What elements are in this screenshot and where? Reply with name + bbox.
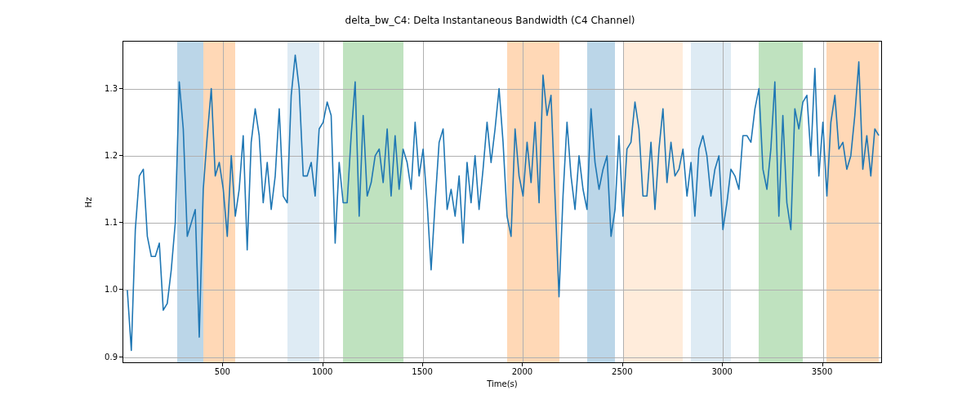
axes-area — [122, 41, 882, 363]
y-tick — [119, 155, 122, 156]
x-tick-label: 1000 — [312, 367, 332, 376]
y-axis-label: Hz — [84, 197, 93, 207]
x-tick — [422, 363, 423, 366]
x-tick-label: 1500 — [412, 367, 432, 376]
line-series — [123, 42, 882, 363]
x-tick-label: 3000 — [711, 367, 732, 376]
y-tick — [119, 289, 122, 290]
figure: delta_bw_C4: Delta Instantaneous Bandwid… — [0, 0, 980, 408]
x-axis-label: Time(s) — [487, 379, 518, 388]
x-tick — [722, 363, 723, 366]
x-tick-label: 500 — [215, 367, 230, 376]
x-tick-label: 2000 — [512, 367, 532, 376]
x-tick — [323, 363, 323, 366]
y-tick-label: 1.1 — [101, 218, 118, 227]
x-tick-label: 3500 — [812, 367, 832, 376]
x-tick — [822, 363, 823, 366]
chart-title: delta_bw_C4: Delta Instantaneous Bandwid… — [0, 15, 980, 26]
y-tick-label: 1.0 — [101, 285, 118, 294]
y-tick-label: 1.3 — [101, 83, 118, 92]
x-tick — [622, 363, 623, 366]
y-tick-label: 1.2 — [101, 150, 118, 159]
y-tick — [119, 222, 122, 223]
y-tick — [119, 357, 122, 357]
y-tick-label: 0.9 — [101, 352, 118, 361]
x-tick-label: 2500 — [612, 367, 632, 376]
x-tick — [222, 363, 223, 366]
x-tick — [522, 363, 523, 366]
y-tick — [119, 88, 122, 89]
